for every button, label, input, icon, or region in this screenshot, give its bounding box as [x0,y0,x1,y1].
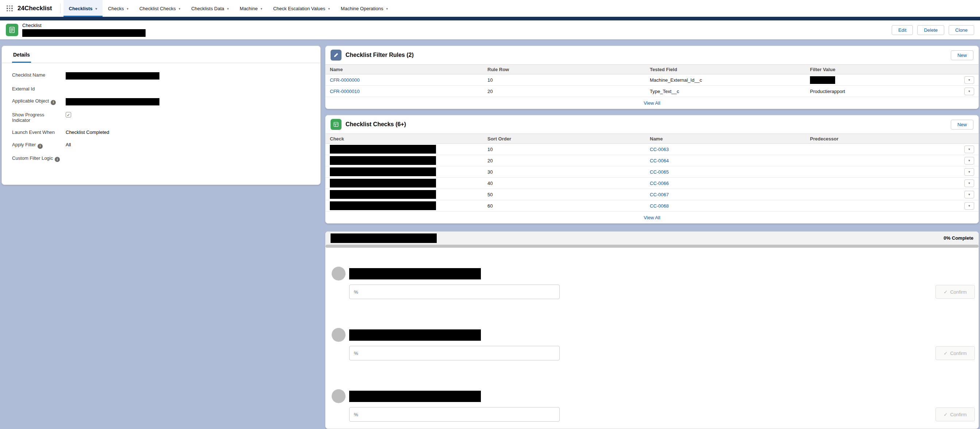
percent-input[interactable] [349,284,560,299]
confirm-button[interactable]: ✓Confirm [935,407,975,421]
chevron-down-icon[interactable]: ▾ [227,6,229,11]
tab-machine[interactable]: Machine ▾ [234,0,268,17]
filter-rules-card: Checklist Filter Rules (2) New Name Rule… [325,46,979,109]
new-checklist-check-button[interactable]: New [951,120,974,130]
record-link[interactable]: CC-0068 [650,203,669,209]
view-all-link[interactable]: View All [644,215,660,220]
record-link[interactable]: CC-0063 [650,147,669,152]
column-header[interactable]: Name [646,136,806,141]
confirm-button[interactable]: ✓Confirm [935,285,975,299]
tab-checklists[interactable]: Checklists ▾ [64,0,103,17]
check-icon: ✓ [943,412,948,417]
checklist-item: ✓Confirm [332,328,978,361]
chevron-down-icon[interactable]: ▾ [179,6,181,11]
row-actions-button[interactable]: ▾ [964,76,974,84]
details-fields: Checklist Name External Id Applicable Ob… [2,63,320,171]
tab-label: Checklists Data [191,6,224,11]
percent-input[interactable] [349,346,560,361]
clone-button[interactable]: Clone [949,25,974,35]
confirm-label: Confirm [950,351,967,356]
confirm-label: Confirm [950,289,967,295]
record-link[interactable]: CC-0067 [650,192,669,197]
record-link[interactable]: CFR-0000010 [330,89,360,94]
field-row: Launch Event When Checklist Completed [12,126,310,138]
row-actions-button[interactable]: ▾ [964,202,974,210]
progress-title-redacted [331,234,437,243]
cell-sort-order: 30 [483,169,646,175]
chevron-down-icon[interactable]: ▾ [261,6,262,11]
tab-label: Machine [240,6,258,11]
field-row: Checklist Name [12,69,310,83]
column-header[interactable]: Predecessor [806,136,957,141]
field-row: Apply Filteri All [12,138,310,152]
row-actions-button[interactable]: ▾ [964,146,974,153]
record-header: Checklist Edit Delete Clone [0,21,980,40]
row-actions-button[interactable]: ▾ [964,168,974,176]
checks-table-header: Check Sort Order Name Predecessor [325,133,978,144]
cell-sort-order: 40 [483,181,646,186]
field-row: External Id [12,83,310,95]
record-link[interactable]: CC-0064 [650,158,669,164]
app-header: 24Checklist [0,0,64,17]
tab-label: Checks [108,6,124,11]
new-filter-rule-button[interactable]: New [951,50,974,60]
table-row: 30 CC-0065 ▾ [325,166,978,178]
nav-tabs: Checklists ▾ Checks ▾ Checklist Checks ▾… [64,0,393,17]
chevron-down-icon: ▾ [968,170,970,174]
table-row: CFR-0000010 20 Type_Text__c Productierap… [325,86,978,97]
chevron-down-icon[interactable]: ▾ [386,6,388,11]
show-progress-indicator-checkbox[interactable]: ✓ [66,112,71,118]
column-header[interactable]: Name [325,67,483,72]
chevron-down-icon: ▾ [968,148,970,151]
tab-check-escalation-values[interactable]: Check Escalation Values ▾ [268,0,335,17]
cell-sort-order: 50 [483,192,646,197]
column-header[interactable]: Check [325,136,483,141]
record-link[interactable]: CC-0066 [650,181,669,186]
edit-button[interactable]: Edit [892,25,913,35]
card-title: Checklist Filter Rules (2) [345,52,414,58]
field-label: Show Progress Indicator [12,112,62,123]
cell-tested-field: Machine_External_Id__c [646,77,806,83]
record-link[interactable]: CC-0065 [650,169,669,175]
percent-input[interactable] [349,407,560,422]
column-header[interactable]: Rule Row [483,67,646,72]
row-actions-button[interactable]: ▾ [964,180,974,187]
column-header[interactable]: Tested Field [646,67,806,72]
chevron-down-icon[interactable]: ▾ [328,6,330,11]
cell-rule-row: 20 [483,89,646,94]
view-all-link[interactable]: View All [644,100,660,106]
cell-sort-order: 10 [483,147,646,152]
tab-checks[interactable]: Checks ▾ [102,0,134,17]
chevron-down-icon[interactable]: ▾ [127,6,129,11]
tab-details[interactable]: Details [12,47,31,63]
global-navigation-bar: 24Checklist Checklists ▾ Checks ▾ Checkl… [0,0,980,17]
cell-check-redacted [330,167,436,176]
tab-checklists-data[interactable]: Checklists Data ▾ [186,0,234,17]
chevron-down-icon[interactable]: ▾ [95,6,97,11]
field-value-redacted [66,72,159,79]
row-actions-button[interactable]: ▾ [964,87,974,95]
tab-machine-operations[interactable]: Machine Operations ▾ [335,0,393,17]
checklist-items: ✓Confirm ✓Confirm ✓Confirm [325,248,978,422]
field-row: Show Progress Indicator ✓ [12,109,310,126]
chevron-down-icon: ▾ [968,78,970,82]
info-icon[interactable]: i [51,100,56,105]
tab-checklist-checks[interactable]: Checklist Checks ▾ [134,0,186,17]
cell-check-redacted [330,190,436,199]
chevron-down-icon: ▾ [968,159,970,162]
column-header[interactable]: Sort Order [483,136,646,141]
column-header[interactable]: Filter Value [806,67,957,72]
field-label: Applicable Objecti [12,98,62,105]
info-icon[interactable]: i [55,157,60,162]
delete-button[interactable]: Delete [917,25,944,35]
info-icon[interactable]: i [38,144,43,149]
chevron-down-icon: ▾ [968,204,970,208]
tab-label: Machine Operations [341,6,383,11]
item-title-redacted [349,329,481,341]
record-link[interactable]: CFR-0000000 [330,77,360,83]
confirm-button[interactable]: ✓Confirm [935,346,975,360]
row-actions-button[interactable]: ▾ [964,157,974,165]
app-launcher-icon[interactable] [6,5,13,12]
row-actions-button[interactable]: ▾ [964,191,974,199]
details-card: Details Checklist Name External Id Appli… [2,46,321,185]
